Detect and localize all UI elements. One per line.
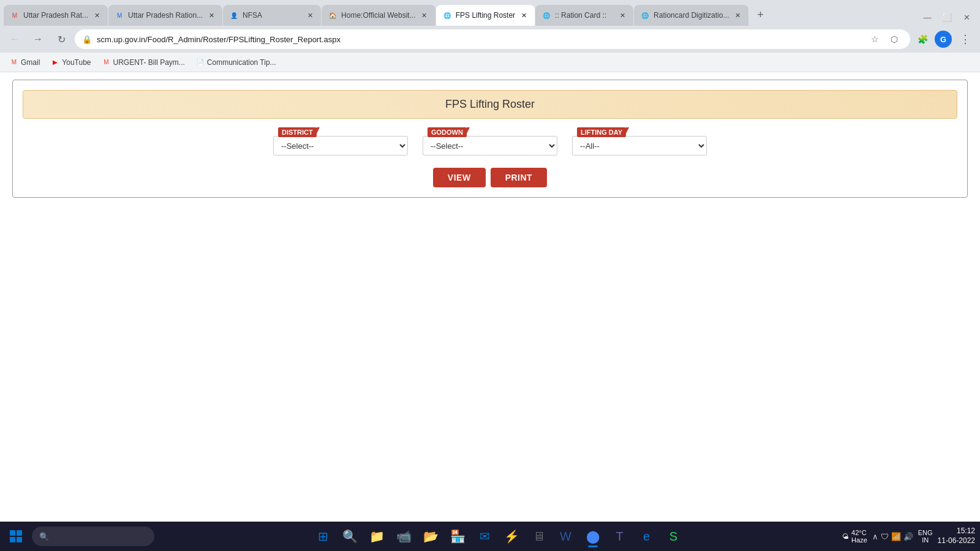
edge-icon: e: [643, 530, 650, 544]
taskbar-app-folders[interactable]: 📂: [419, 524, 443, 549]
tab-tab5[interactable]: 🌐 FPS Lifting Roster ✕: [436, 5, 535, 26]
district-select[interactable]: --Select--: [273, 136, 408, 156]
taskbar-app-mail[interactable]: ✉: [473, 524, 497, 549]
share-button[interactable]: ⬡: [886, 31, 903, 48]
taskbar-app-lightning[interactable]: ⚡: [500, 524, 524, 549]
taskbar-app-spotify[interactable]: S: [662, 524, 686, 549]
tab-tab2[interactable]: M Uttar Pradesh Ration... ✕: [108, 5, 222, 26]
tab-tab1[interactable]: M Uttar Pradesh Rat... ✕: [4, 5, 108, 26]
tab-favicon-tab7: 🌐: [640, 10, 650, 20]
tab-bar: M Uttar Pradesh Rat... ✕ M Uttar Pradesh…: [0, 0, 980, 26]
store-icon: 🏪: [450, 529, 466, 544]
taskbar-clock[interactable]: 15:12 11-06-2022: [938, 527, 975, 545]
taskbar-app-chrome[interactable]: ⬤: [581, 524, 605, 549]
tab-title-tab7: Rationcard Digitizatio...: [654, 11, 729, 20]
explorer-icon: ⊞: [318, 529, 328, 544]
godown-filter-group: GODOWN --Select--: [423, 133, 557, 156]
spotify-icon: S: [669, 530, 677, 544]
bookmark-urgent--bill-paym...[interactable]: M URGENT- Bill Paym...: [97, 56, 190, 69]
weather-temp: 42°C: [851, 529, 867, 536]
reload-button[interactable]: ↻: [51, 29, 71, 49]
taskbar-app-teams2[interactable]: T: [608, 524, 632, 549]
search-icon: 🔍: [342, 529, 358, 544]
address-actions: ☆ ⬡: [866, 31, 903, 48]
tab-close-tab2[interactable]: ✕: [206, 10, 216, 20]
more-options-button[interactable]: ⋮: [956, 29, 975, 49]
taskbar-app-desktop[interactable]: 🖥: [527, 524, 551, 549]
tab-close-tab3[interactable]: ✕: [305, 10, 315, 20]
taskbar-app-word[interactable]: W: [554, 524, 578, 549]
browser-frame: M Uttar Pradesh Rat... ✕ M Uttar Pradesh…: [0, 0, 980, 72]
godown-label: GODOWN: [428, 127, 467, 137]
district-filter-group: DISTRICT --Select--: [273, 133, 408, 156]
bookmark-communication-tip...[interactable]: 📄 Communication Tip...: [191, 56, 281, 69]
profile-button[interactable]: G: [935, 31, 952, 48]
tab-favicon-tab2: M: [115, 10, 124, 20]
address-bar-row: ← → ↻ 🔒 scm.up.gov.in/Food/R_Admin/Roste…: [0, 26, 980, 53]
tab-close-tab7[interactable]: ✕: [733, 10, 742, 20]
taskbar-app-files[interactable]: 📁: [365, 524, 390, 549]
view-button[interactable]: VIEW: [433, 168, 486, 187]
tab-close-tab6[interactable]: ✕: [617, 10, 627, 20]
print-button[interactable]: PRINT: [491, 168, 548, 187]
back-button[interactable]: ←: [5, 29, 24, 49]
address-field[interactable]: 🔒 scm.up.gov.in/Food/R_Admin/Roster/FPSL…: [75, 29, 910, 49]
tab-tab3[interactable]: 👤 NFSA ✕: [223, 5, 321, 26]
tab-title-tab2: Uttar Pradesh Ration...: [128, 11, 203, 20]
word-icon: W: [560, 530, 571, 544]
taskbar-app-teams[interactable]: 📹: [392, 524, 417, 549]
bookmark-star-button[interactable]: ☆: [866, 31, 883, 48]
godown-select[interactable]: --Select--: [423, 136, 557, 156]
start-button[interactable]: [5, 525, 27, 547]
maximize-button[interactable]: ⬜: [938, 9, 956, 26]
weather-icon: 🌤: [842, 533, 849, 540]
bookmark-youtube[interactable]: ▶ YouTube: [46, 56, 96, 69]
mail-icon: ✉: [480, 529, 490, 544]
lifting-day-filter-group: LIFTING DAY --All--: [572, 133, 707, 156]
forward-button[interactable]: →: [28, 29, 48, 49]
hidden-icons-button[interactable]: ∧: [872, 532, 878, 541]
network-icon[interactable]: 📶: [891, 532, 901, 541]
tab-close-tab1[interactable]: ✕: [92, 10, 102, 20]
language-text: ENG: [918, 529, 933, 536]
tab-tab4[interactable]: 🏠 Home:Official Websit... ✕: [322, 5, 435, 26]
taskbar-search[interactable]: 🔍: [32, 527, 154, 546]
lifting-day-select[interactable]: --All--: [572, 136, 707, 156]
taskbar-center: ⊞🔍📁📹📂🏪✉⚡🖥W⬤TeS: [154, 524, 842, 549]
minimize-button[interactable]: —: [919, 9, 936, 26]
taskbar-app-edge[interactable]: e: [635, 524, 659, 549]
button-row: VIEW PRINT: [23, 168, 957, 187]
tab-title-tab3: NFSA: [243, 11, 301, 20]
page-title-banner: FPS Lifting Roster: [23, 90, 957, 119]
taskbar-search-icon: 🔍: [39, 532, 49, 541]
taskbar-app-store[interactable]: 🏪: [446, 524, 470, 549]
tab-close-tab4[interactable]: ✕: [420, 10, 429, 20]
taskbar-app-search[interactable]: 🔍: [338, 524, 363, 549]
language-indicator[interactable]: ENG IN: [918, 529, 933, 544]
chrome-icon: ⬤: [586, 529, 600, 544]
teams-icon: 📹: [396, 529, 412, 544]
taskbar-app-explorer[interactable]: ⊞: [311, 524, 336, 549]
tab-tab6[interactable]: 🌐 :: Ration Card :: ✕: [535, 5, 633, 26]
tab-favicon-tab6: 🌐: [541, 10, 551, 20]
tab-close-tab5[interactable]: ✕: [519, 10, 529, 20]
tab-title-tab4: Home:Official Websit...: [341, 11, 416, 20]
bookmark-gmail[interactable]: M Gmail: [5, 56, 45, 69]
tab-title-tab5: FPS Lifting Roster: [456, 11, 515, 20]
taskbar-start: 🔍: [5, 525, 154, 547]
window-controls: — ⬜ ✕: [919, 9, 980, 26]
extensions-button[interactable]: 🧩: [914, 31, 931, 48]
weather-condition: Haze: [851, 536, 867, 544]
desktop-icon: 🖥: [533, 530, 545, 544]
tab-tab7[interactable]: 🌐 Rationcard Digitizatio... ✕: [634, 5, 748, 26]
taskbar: 🔍 ⊞🔍📁📹📂🏪✉⚡🖥W⬤TeS 🌤 42°C Haze ∧ 🛡 📶 🔊 ENG…: [0, 522, 980, 551]
main-container: FPS Lifting Roster DISTRICT --Select-- G…: [12, 80, 968, 198]
new-tab-button[interactable]: +: [752, 6, 769, 23]
page-title: FPS Lifting Roster: [445, 98, 535, 110]
close-window-button[interactable]: ✕: [958, 9, 975, 26]
address-text: scm.up.gov.in/Food/R_Admin/Roster/FPSLif…: [97, 35, 861, 44]
taskbar-weather[interactable]: 🌤 42°C Haze: [842, 529, 867, 544]
files-icon: 📁: [369, 529, 385, 544]
windows-icon: [10, 530, 22, 542]
volume-icon[interactable]: 🔊: [903, 532, 913, 541]
